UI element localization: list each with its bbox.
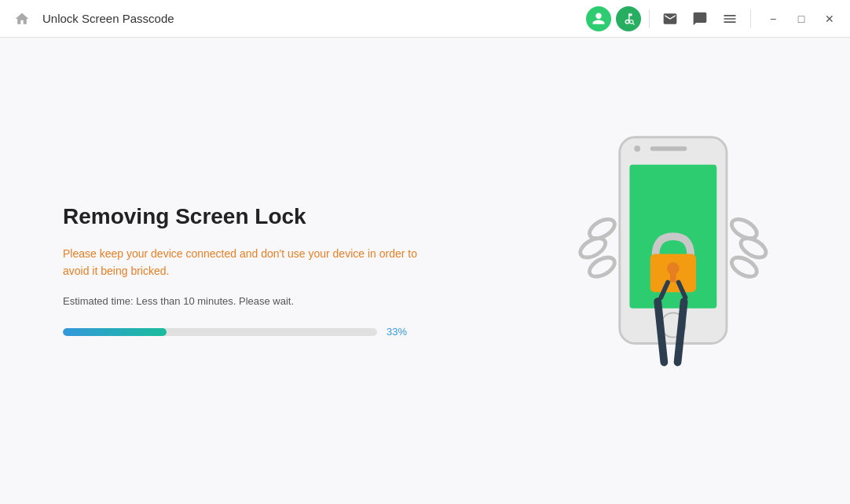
svg-point-0: [630, 20, 634, 24]
chat-icon[interactable]: [687, 6, 713, 31]
window-controls: − □ ✕: [762, 8, 841, 30]
progress-bar-fill: [63, 328, 167, 336]
svg-point-14: [667, 262, 680, 275]
progress-row: 33%: [63, 326, 551, 338]
svg-rect-4: [650, 146, 687, 151]
chain-right: [728, 215, 769, 280]
app-title: Unlock Screen Passcode: [42, 12, 174, 25]
separator: [649, 9, 650, 28]
home-icon[interactable]: [9, 6, 35, 31]
svg-line-1: [633, 23, 635, 24]
left-section: Removing Screen Lock Please keep your de…: [63, 204, 551, 338]
title-bar: Unlock Screen Passcode: [0, 0, 850, 38]
svg-point-5: [634, 145, 640, 152]
minimize-button[interactable]: −: [762, 8, 784, 30]
description-text: Please keep your device connected and do…: [63, 245, 440, 280]
main-content: Removing Screen Lock Please keep your de…: [0, 38, 850, 504]
phone-illustration: [567, 130, 771, 412]
right-section: [551, 130, 787, 412]
title-bar-left: Unlock Screen Passcode: [9, 6, 586, 31]
estimated-time: Estimated time: Less than 10 minutes. Pl…: [63, 295, 551, 307]
close-button[interactable]: ✕: [819, 8, 841, 30]
music-search-icon[interactable]: [616, 6, 641, 31]
title-bar-right: − □ ✕: [586, 6, 841, 31]
progress-bar-container: [63, 328, 377, 336]
chain-left: [577, 215, 618, 280]
maximize-button[interactable]: □: [790, 8, 812, 30]
svg-rect-15: [670, 273, 676, 283]
user-icon[interactable]: [586, 6, 611, 31]
mail-icon[interactable]: [658, 6, 683, 31]
separator2: [750, 9, 751, 28]
progress-percent: 33%: [387, 326, 407, 338]
menu-icon[interactable]: [717, 6, 742, 31]
main-heading: Removing Screen Lock: [63, 204, 551, 229]
